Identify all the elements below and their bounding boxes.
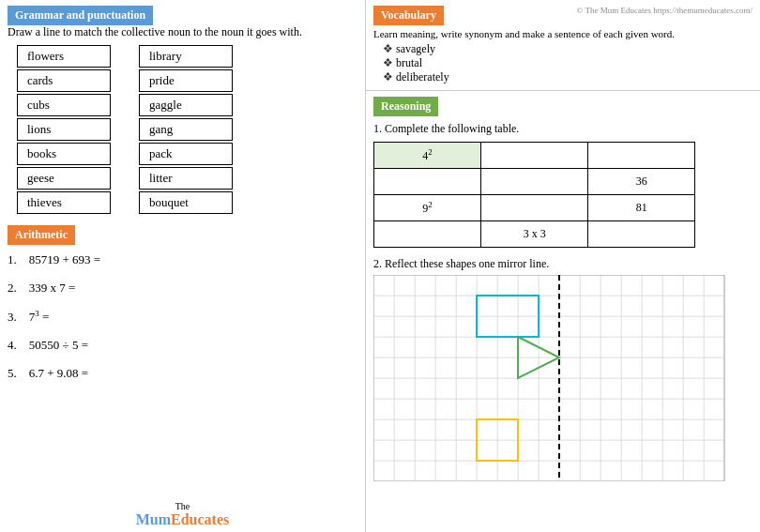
- arith-problem-4: 4. 50550 ÷ 5 =: [8, 338, 357, 353]
- arith-expr: 6.7 + 9.08 =: [29, 366, 88, 380]
- table-cell: 92: [374, 195, 481, 221]
- table-row: 92 81: [374, 195, 695, 221]
- arith-problem-5: 5. 6.7 + 9.08 =: [8, 366, 357, 381]
- arith-expr: 50550 ÷ 5 =: [29, 338, 88, 352]
- table-cell: [481, 195, 588, 221]
- branding: The MumEducates: [0, 497, 365, 532]
- arith-expr: 85719 + 693 =: [29, 252, 100, 266]
- vocab-item: brutal: [383, 56, 752, 70]
- arith-num: 1.: [8, 252, 17, 266]
- list-item: pack: [139, 143, 233, 165]
- arith-num: 5.: [8, 366, 17, 380]
- brand-the: The: [4, 501, 361, 511]
- reasoning-q1-label: 1. Complete the following table.: [373, 122, 752, 136]
- arith-problem-3: 3. 73 =: [8, 309, 357, 325]
- table-cell: [588, 143, 695, 169]
- vocab-item: deliberately: [383, 70, 752, 84]
- arith-problem-2: 2. 339 x 7 =: [8, 281, 357, 296]
- vocab-item: savagely: [383, 42, 752, 56]
- reasoning-table: 42 36 92 81 3 x 3: [373, 142, 695, 248]
- arith-expr: 339 x 7 =: [29, 281, 76, 295]
- table-cell: [374, 169, 481, 195]
- arith-num: 4.: [8, 338, 17, 352]
- reasoning-q2-label: 2. Reflect these shapes one mirror line.: [373, 257, 752, 271]
- arithmetic-header-row: Arithmetic: [8, 225, 357, 245]
- table-cell: 3 x 3: [481, 221, 588, 248]
- reflection-grid: [373, 275, 739, 481]
- list-item: cards: [17, 69, 111, 92]
- list-item: geese: [17, 167, 111, 190]
- table-cell: 81: [588, 195, 695, 221]
- matching-area: flowers cards cubs lions books geese thi…: [8, 45, 357, 214]
- table-cell: 36: [588, 169, 695, 195]
- list-item: thieves: [17, 191, 111, 214]
- table-row: 3 x 3: [374, 221, 695, 248]
- right-panel: Vocabulary © The Mum Educates https://th…: [366, 0, 760, 532]
- table-cell: 42: [374, 143, 481, 169]
- vocab-instruction: Learn meaning, write synonym and make a …: [373, 28, 752, 39]
- grid-svg: [373, 275, 739, 481]
- left-panel: Grammar and punctuation Draw a line to m…: [0, 0, 366, 532]
- left-words-column: flowers cards cubs lions books geese thi…: [17, 45, 111, 214]
- reasoning-header: Reasoning: [373, 97, 438, 116]
- grammar-section: Grammar and punctuation Draw a line to m…: [0, 0, 365, 220]
- grammar-header: Grammar and punctuation: [8, 6, 357, 25]
- list-item: cubs: [17, 94, 111, 116]
- arithmetic-section: Arithmetic 1. 85719 + 693 = 2. 339 x 7 =…: [0, 220, 365, 497]
- list-item: gang: [139, 118, 233, 141]
- arith-problem-1: 1. 85719 + 693 =: [8, 252, 357, 267]
- arith-num: 3.: [8, 310, 17, 324]
- vocab-section: Vocabulary © The Mum Educates https://th…: [366, 0, 760, 91]
- list-item: bouquet: [139, 191, 233, 214]
- list-item: gaggle: [139, 94, 233, 116]
- copyright-text: © The Mum Educates https://themumeducate…: [577, 6, 752, 15]
- table-cell: [374, 221, 481, 248]
- table-row: 42: [374, 143, 695, 169]
- arith-expr: 73 =: [29, 310, 50, 324]
- reasoning-section: Reasoning 1. Complete the following tabl…: [366, 91, 760, 532]
- table-cell: [481, 169, 588, 195]
- list-item: lions: [17, 118, 111, 141]
- list-item: library: [139, 45, 233, 68]
- right-words-column: library pride gaggle gang pack litter bo…: [139, 45, 233, 214]
- list-item: flowers: [17, 45, 111, 68]
- vocab-header: Vocabulary: [373, 6, 444, 25]
- grammar-instruction: Draw a line to match the collective noun…: [8, 25, 357, 39]
- table-row: 36: [374, 169, 695, 195]
- table-cell: [481, 143, 588, 169]
- table-cell: [588, 221, 695, 248]
- list-item: books: [17, 143, 111, 165]
- vocab-list: savagely brutal deliberately: [373, 42, 752, 84]
- list-item: litter: [139, 167, 233, 190]
- list-item: pride: [139, 69, 233, 92]
- arith-num: 2.: [8, 281, 17, 295]
- brand-mum: MumEducates: [136, 515, 230, 526]
